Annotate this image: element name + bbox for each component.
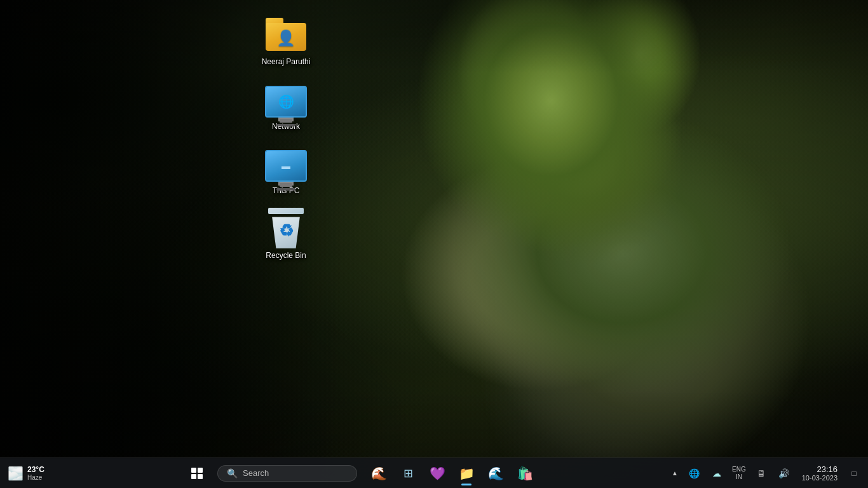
system-tray: ▲ 🌐 ☁ ENG IN 🖥 🔊 23:16 10-03-2023 bbox=[663, 462, 868, 485]
taskbar-center-icons: 🌊 ⊞ 💜 📁 🌊 🛍️ bbox=[365, 459, 539, 487]
weather-temperature: 23°C bbox=[27, 465, 44, 474]
taskbar-icon-edge[interactable]: 🌊 bbox=[482, 459, 510, 487]
notification-button[interactable]: □ bbox=[845, 462, 863, 485]
taskbar-icon-teams[interactable]: 💜 bbox=[423, 459, 451, 487]
network-globe-icon: 🌐 bbox=[278, 94, 294, 109]
clock-time: 23:16 bbox=[817, 464, 837, 474]
notification-icon: □ bbox=[851, 469, 856, 478]
weather-widget[interactable]: 🌫️ 23°C Haze bbox=[0, 465, 57, 481]
tray-volume-icon[interactable]: 🔊 bbox=[774, 462, 794, 485]
region-code: IN bbox=[736, 473, 742, 481]
search-bar[interactable]: 🔍 Search bbox=[217, 465, 357, 482]
clock-widget[interactable]: 23:16 10-03-2023 bbox=[797, 462, 843, 484]
tray-expand-icon: ▲ bbox=[672, 470, 678, 477]
network-tray-icon: 🌐 bbox=[689, 468, 700, 478]
taskbar: 🌫️ 23°C Haze 🔍 Search 🌊 ⊞ 💜 📁 bbox=[0, 458, 868, 488]
desktop-icons: 👤 Neeraj Paruthi 🌐 Network ▬ bbox=[241, 0, 330, 263]
icon-neeraj-paruthi-label: Neeraj Paruthi bbox=[262, 57, 311, 67]
taskbar-icon-task-view[interactable]: ⊞ bbox=[394, 459, 422, 487]
tray-display-icon[interactable]: 🖥 bbox=[751, 462, 771, 485]
icon-recycle-bin[interactable]: ♻ Recycle Bin bbox=[254, 205, 318, 264]
store-icon: 🛍️ bbox=[517, 466, 533, 481]
icon-neeraj-paruthi[interactable]: 👤 Neeraj Paruthi bbox=[254, 11, 318, 70]
taskbar-icon-store[interactable]: 🛍️ bbox=[511, 459, 539, 487]
start-button[interactable] bbox=[183, 459, 211, 487]
icon-this-pc[interactable]: ▬ This PC bbox=[254, 140, 318, 199]
folder-person-icon: 👤 bbox=[276, 29, 295, 47]
recycle-symbol-icon: ♻ bbox=[279, 220, 294, 240]
volume-tray-icon: 🔊 bbox=[778, 468, 789, 478]
search-placeholder-text: Search bbox=[243, 468, 269, 478]
edge-icon: 🌊 bbox=[488, 466, 504, 481]
weather-description: Haze bbox=[27, 474, 44, 481]
icon-network[interactable]: 🌐 Network bbox=[254, 76, 318, 135]
file-explorer-icon: 📁 bbox=[459, 466, 475, 481]
icon-recycle-bin-label: Recycle Bin bbox=[266, 251, 306, 261]
cloud-tray-icon: ☁ bbox=[712, 468, 721, 478]
search-icon: 🔍 bbox=[227, 468, 238, 478]
taskbar-icon-widgets[interactable]: 🌊 bbox=[365, 459, 393, 487]
language-indicator[interactable]: ENG IN bbox=[729, 464, 749, 482]
clock-date: 10-03-2023 bbox=[802, 474, 837, 482]
task-view-icon: ⊞ bbox=[403, 466, 413, 480]
tray-cloud-icon[interactable]: ☁ bbox=[707, 462, 727, 485]
weather-icon: 🌫️ bbox=[8, 466, 24, 481]
tray-expand-button[interactable]: ▲ bbox=[668, 462, 681, 485]
teams-icon: 💜 bbox=[430, 466, 445, 481]
widgets-icon: 🌊 bbox=[371, 466, 387, 481]
language-code: ENG bbox=[732, 466, 746, 473]
tray-network-icon[interactable]: 🌐 bbox=[684, 462, 704, 485]
windows-logo-icon bbox=[191, 468, 203, 479]
desktop-background bbox=[0, 0, 868, 488]
display-tray-icon: 🖥 bbox=[757, 468, 766, 478]
thispc-screen-icon: ▬ bbox=[281, 161, 290, 171]
taskbar-icon-file-explorer[interactable]: 📁 bbox=[452, 459, 480, 487]
